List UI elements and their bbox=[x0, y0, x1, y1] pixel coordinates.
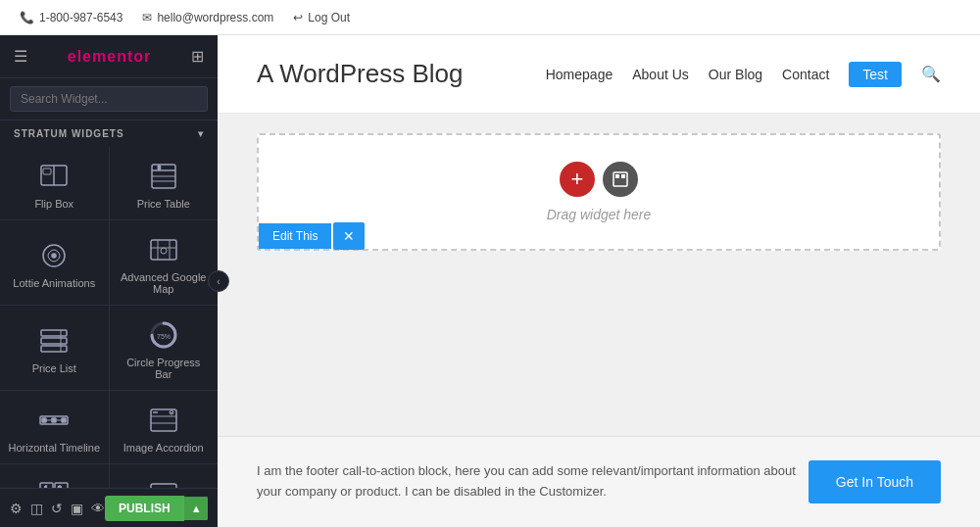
image-accordion-icon bbox=[148, 405, 179, 436]
sidebar-item-banner[interactable]: Banner bbox=[110, 464, 219, 488]
flip-box-label: Flip Box bbox=[34, 198, 74, 210]
eye-icon[interactable]: 👁 bbox=[91, 501, 105, 516]
main-layout: ☰ elementor ⊞ STRATUM WIDGETS ▾ Flip Box bbox=[0, 35, 980, 527]
price-table-label: Price Table bbox=[137, 198, 190, 210]
publish-main-button[interactable]: PUBLISH bbox=[105, 496, 184, 521]
section-label: STRATUM WIDGETS bbox=[14, 128, 124, 139]
svg-text:$: $ bbox=[158, 165, 161, 170]
sidebar-item-timeline[interactable]: Horizontal Timeline bbox=[0, 391, 109, 463]
price-table-icon: $ bbox=[148, 161, 179, 192]
phone-number: 1-800-987-6543 bbox=[39, 11, 122, 24]
sidebar-collapse-button[interactable]: ‹ bbox=[208, 270, 229, 292]
lottie-icon bbox=[38, 240, 70, 271]
svg-point-9 bbox=[52, 254, 56, 258]
email-info: ✉ hello@wordpress.com bbox=[142, 11, 273, 24]
apps-icon[interactable]: ⊞ bbox=[191, 47, 204, 66]
nav-contact[interactable]: Contact bbox=[782, 67, 829, 82]
wp-site-title: A WordPress Blog bbox=[257, 59, 464, 89]
svg-rect-2 bbox=[43, 168, 51, 174]
flip-box-icon bbox=[38, 161, 70, 192]
nav-blog[interactable]: Our Blog bbox=[709, 67, 762, 82]
phone-icon: 📞 bbox=[20, 11, 34, 24]
hamburger-icon[interactable]: ☰ bbox=[14, 47, 27, 66]
widget-grid: Flip Box $ Price Table bbox=[0, 147, 218, 488]
sidebar-item-counter[interactable]: 1 2 3 4 Counter bbox=[0, 464, 109, 488]
edit-close-button[interactable]: ✕ bbox=[333, 222, 365, 250]
email-address: hello@wordpress.com bbox=[157, 11, 273, 24]
sidebar: ☰ elementor ⊞ STRATUM WIDGETS ▾ Flip Box bbox=[0, 35, 218, 527]
sidebar-bottom-icons: ⚙ ◫ ↺ ▣ 👁 bbox=[10, 501, 105, 516]
settings-icon[interactable]: ⚙ bbox=[10, 501, 23, 516]
nav-about[interactable]: About Us bbox=[632, 67, 689, 82]
logout-label: Log Out bbox=[308, 11, 350, 24]
layers-icon[interactable]: ◫ bbox=[30, 501, 43, 516]
map-label: Advanced Google Map bbox=[118, 271, 211, 295]
canvas-drop-buttons: + bbox=[560, 162, 638, 197]
canvas-section: + Drag widget here Edit This bbox=[257, 133, 941, 251]
svg-rect-53 bbox=[621, 174, 625, 178]
responsive-icon[interactable]: ▣ bbox=[71, 501, 83, 516]
sidebar-item-circle-progress[interactable]: 75% Circle Progress Bar bbox=[110, 306, 219, 390]
sidebar-item-price-table[interactable]: $ Price Table bbox=[110, 147, 219, 219]
sidebar-item-lottie[interactable]: Lottie Animations bbox=[0, 220, 109, 305]
sidebar-logo: elementor bbox=[68, 48, 151, 66]
nav-homepage[interactable]: Homepage bbox=[546, 67, 613, 82]
sidebar-item-price-list[interactable]: Price List bbox=[0, 306, 109, 390]
sidebar-section-header: STRATUM WIDGETS ▾ bbox=[0, 120, 218, 147]
circle-progress-label: Circle Progress Bar bbox=[118, 357, 211, 380]
canvas-drop-area: + Drag widget here bbox=[547, 162, 652, 222]
svg-rect-52 bbox=[615, 174, 619, 178]
publish-arrow-button[interactable]: ▲ bbox=[184, 497, 208, 520]
history-icon[interactable]: ↺ bbox=[51, 501, 63, 516]
top-bar-info: 📞 1-800-987-6543 ✉ hello@wordpress.com ↩… bbox=[0, 11, 980, 24]
email-icon: ✉ bbox=[142, 11, 152, 24]
sidebar-item-flip-box[interactable]: Flip Box bbox=[0, 147, 109, 219]
svg-text:75%: 75% bbox=[157, 333, 171, 340]
circle-progress-icon: 75% bbox=[148, 319, 179, 351]
top-bar: 📞 1-800-987-6543 ✉ hello@wordpress.com ↩… bbox=[0, 0, 980, 35]
svg-rect-10 bbox=[151, 240, 176, 260]
svg-rect-13 bbox=[41, 338, 67, 344]
edit-bar: Edit This ✕ bbox=[259, 222, 365, 250]
wp-site-header: A WordPress Blog Homepage About Us Our B… bbox=[218, 35, 980, 114]
footer-cta-button[interactable]: Get In Touch bbox=[808, 460, 941, 503]
sidebar-header: ☰ elementor ⊞ bbox=[0, 35, 218, 78]
lottie-label: Lottie Animations bbox=[13, 277, 95, 289]
canvas-add-button[interactable]: + bbox=[560, 162, 595, 197]
map-icon bbox=[148, 234, 179, 265]
section-collapse-icon[interactable]: ▾ bbox=[198, 128, 204, 139]
edit-this-button[interactable]: Edit This bbox=[259, 223, 331, 249]
counter-icon: 1 2 3 4 bbox=[38, 478, 70, 488]
price-list-icon bbox=[38, 325, 70, 357]
svg-rect-12 bbox=[41, 330, 67, 336]
sidebar-search-container bbox=[0, 78, 218, 120]
content-area: A WordPress Blog Homepage About Us Our B… bbox=[218, 35, 980, 527]
svg-rect-21 bbox=[42, 418, 46, 422]
svg-rect-22 bbox=[52, 418, 56, 422]
phone-info: 📞 1-800-987-6543 bbox=[20, 11, 122, 24]
sidebar-item-map[interactable]: Advanced Google Map bbox=[110, 220, 219, 305]
nav-test-button[interactable]: Test bbox=[849, 62, 902, 87]
wp-nav: Homepage About Us Our Blog Contact Test … bbox=[546, 62, 941, 87]
canvas-area: + Drag widget here Edit This bbox=[218, 114, 980, 436]
timeline-icon bbox=[38, 405, 70, 436]
canvas-template-button[interactable] bbox=[603, 162, 638, 197]
search-input[interactable] bbox=[10, 86, 208, 112]
footer-cta-text: I am the footer call-to-action block, he… bbox=[257, 461, 808, 503]
sidebar-item-image-accordion[interactable]: Image Accordion bbox=[110, 391, 219, 463]
banner-icon bbox=[148, 478, 179, 488]
timeline-label: Horizontal Timeline bbox=[8, 442, 100, 454]
svg-point-11 bbox=[161, 248, 167, 254]
logout-info[interactable]: ↩ Log Out bbox=[293, 11, 350, 24]
nav-search-icon[interactable]: 🔍 bbox=[921, 65, 941, 83]
footer-cta: I am the footer call-to-action block, he… bbox=[218, 436, 980, 527]
price-list-label: Price List bbox=[32, 362, 76, 374]
logout-icon: ↩ bbox=[293, 11, 303, 24]
publish-button-group: PUBLISH ▲ bbox=[105, 496, 208, 521]
image-accordion-label: Image Accordion bbox=[123, 442, 204, 454]
svg-rect-23 bbox=[62, 418, 66, 422]
sidebar-bottom-bar: ⚙ ◫ ↺ ▣ 👁 PUBLISH ▲ bbox=[0, 488, 218, 527]
svg-rect-14 bbox=[41, 346, 67, 352]
canvas-drop-text: Drag widget here bbox=[547, 207, 652, 222]
